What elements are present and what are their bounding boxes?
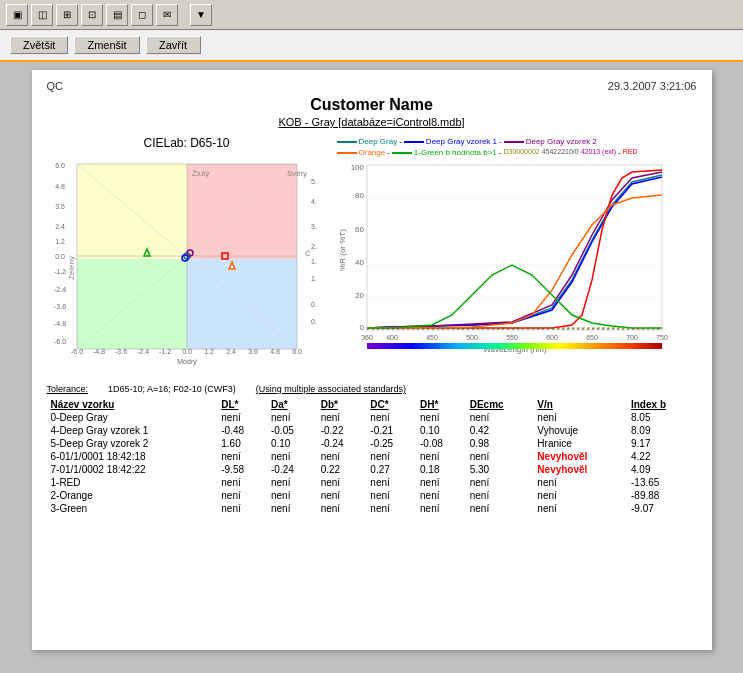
svg-text:Žlutý: Žlutý <box>192 169 209 178</box>
cell-col-1: -0.48 <box>217 424 267 437</box>
col-da: Da* <box>267 398 317 411</box>
tolerance-values: 1D65-10; A=16; F02-10 (CWF3) <box>108 384 236 394</box>
svg-text:0: 0 <box>359 323 364 332</box>
toolbar-icon-5[interactable]: ▤ <box>106 4 128 26</box>
svg-text:600: 600 <box>546 334 558 341</box>
svg-rect-3 <box>187 259 297 349</box>
toolbar-icon-1[interactable]: ▣ <box>6 4 28 26</box>
col-db: Db* <box>317 398 367 411</box>
svg-text:100: 100 <box>350 163 364 172</box>
cell-col-1: není <box>217 489 267 502</box>
col-dl: DL* <box>217 398 267 411</box>
cell-col-1: není <box>217 450 267 463</box>
svg-text:400: 400 <box>386 334 398 341</box>
cell-name: 2-Orange <box>47 489 218 502</box>
zoom-out-button[interactable]: Zmenšit <box>74 36 139 54</box>
tolerance-associated: (Using multiple associated standards) <box>256 384 406 394</box>
svg-text:-4.8: -4.8 <box>53 320 65 327</box>
svg-text:0.0: 0.0 <box>55 253 65 260</box>
toolbar-icon-7[interactable]: ✉ <box>156 4 178 26</box>
svg-text:60: 60 <box>355 225 364 234</box>
svg-text:360: 360 <box>361 334 373 341</box>
cell-col-7: není <box>533 489 627 502</box>
svg-text:Modrý: Modrý <box>177 358 197 366</box>
close-button[interactable]: Zavřít <box>146 36 201 54</box>
svg-text:450: 450 <box>426 334 438 341</box>
cell-name: 6-01/1/0001 18:42:18 <box>47 450 218 463</box>
toolbar-icon-4[interactable]: ⊡ <box>81 4 103 26</box>
table-row: 1-REDnenínenínenínenínenínenínení-13.65 <box>47 476 697 489</box>
svg-rect-2 <box>77 259 187 349</box>
svg-text:500: 500 <box>466 334 478 341</box>
cell-col-7: není <box>533 502 627 515</box>
svg-rect-0 <box>77 164 187 259</box>
toolbar-icon-2[interactable]: ◫ <box>31 4 53 26</box>
cell-col-8: 4.22 <box>627 450 697 463</box>
cell-name: 1-RED <box>47 476 218 489</box>
svg-text:2.4: 2.4 <box>55 223 65 230</box>
cell-col-3: -0.24 <box>317 437 367 450</box>
legend-deep-gray-1: Deep Gray vzorek 1 <box>404 136 497 147</box>
legend-deep-gray: Deep Gray <box>337 136 398 147</box>
toolbar-icon-scroll[interactable]: ▼ <box>190 4 212 26</box>
cell-col-2: -0.05 <box>267 424 317 437</box>
cielab-title: CIELab: D65-10 <box>47 136 327 150</box>
svg-rect-73 <box>367 343 662 349</box>
spectral-chart: 100 80 60 40 20 0 %R (or %T) 360 400 450… <box>337 160 677 360</box>
cielab-chart: Modrý 6.0 4.8 3.6 2.4 1.2 0.0 -1.2 -2.4 … <box>47 154 317 374</box>
col-dh: DH* <box>416 398 466 411</box>
cell-col-3: 0.22 <box>317 463 367 476</box>
toolbar-icon-3[interactable]: ⊞ <box>56 4 78 26</box>
cell-col-3: není <box>317 450 367 463</box>
tolerance-header-row: Tolerance: 1D65-10; A=16; F02-10 (CWF3) … <box>47 384 697 394</box>
cell-col-3: -0.22 <box>317 424 367 437</box>
cell-col-6: není <box>466 502 534 515</box>
icon-toolbar: ▣ ◫ ⊞ ⊡ ▤ ◻ ✉ ▼ <box>0 0 743 30</box>
cell-col-4: není <box>366 489 416 502</box>
svg-text:Světy: Světy <box>287 169 307 178</box>
legend-green-b: 1-Green b hodnota b>1 <box>392 147 497 158</box>
db-label: KOB - Gray [databáze=iControl8.mdb] <box>47 116 697 128</box>
cell-col-4: není <box>366 502 416 515</box>
col-dc: DC* <box>366 398 416 411</box>
cell-col-8: 8.05 <box>627 411 697 424</box>
svg-text:1.2: 1.2 <box>204 348 214 355</box>
tolerance-section: Tolerance: 1D65-10; A=16; F02-10 (CWF3) … <box>47 384 697 515</box>
svg-text:4.8: 4.8 <box>55 183 65 190</box>
svg-text:650: 650 <box>586 334 598 341</box>
data-table: Název vzorku DL* Da* Db* DC* DH* DEcmc V… <box>47 398 697 515</box>
table-row: 6-01/1/0001 18:42:18nenínenínenínenínení… <box>47 450 697 463</box>
svg-text:Č: Č <box>305 249 311 258</box>
cell-col-1: není <box>217 502 267 515</box>
datetime-label: 29.3.2007 3:21:06 <box>608 80 697 92</box>
cielab-chart-wrapper: Modrý 6.0 4.8 3.6 2.4 1.2 0.0 -1.2 -2.4 … <box>47 154 327 374</box>
cell-col-2: není <box>267 476 317 489</box>
svg-text:-4.8: -4.8 <box>92 348 104 355</box>
report-paper: QC 29.3.2007 3:21:06 Customer Name KOB -… <box>32 70 712 650</box>
svg-text:5.4: 5.4 <box>311 178 317 185</box>
cell-col-3: není <box>317 411 367 424</box>
cell-col-2: není <box>267 489 317 502</box>
cell-col-4: 0.27 <box>366 463 416 476</box>
cell-col-5: není <box>416 476 466 489</box>
table-row: 3-Greennenínenínenínenínenínenínení-9.07 <box>47 502 697 515</box>
cell-col-2: není <box>267 411 317 424</box>
cell-col-5: 0.18 <box>416 463 466 476</box>
svg-text:-2.4: -2.4 <box>136 348 148 355</box>
col-index-b: Index b <box>627 398 697 411</box>
svg-text:%R (or %T): %R (or %T) <box>338 229 347 271</box>
svg-text:1.2: 1.2 <box>311 275 317 282</box>
svg-text:6.0: 6.0 <box>292 348 302 355</box>
svg-text:20: 20 <box>355 291 364 300</box>
cell-name: 4-Deep Gray vzorek 1 <box>47 424 218 437</box>
charts-row: CIELab: D65-10 <box>47 136 697 374</box>
cell-col-7: není <box>533 411 627 424</box>
cell-col-8: -13.65 <box>627 476 697 489</box>
zoom-in-button[interactable]: Zvětšit <box>10 36 68 54</box>
svg-text:-3.6: -3.6 <box>53 303 65 310</box>
svg-text:3.6: 3.6 <box>311 223 317 230</box>
toolbar-icon-6[interactable]: ◻ <box>131 4 153 26</box>
cell-col-5: není <box>416 411 466 424</box>
cell-col-8: -89.88 <box>627 489 697 502</box>
cell-col-4: -0.21 <box>366 424 416 437</box>
